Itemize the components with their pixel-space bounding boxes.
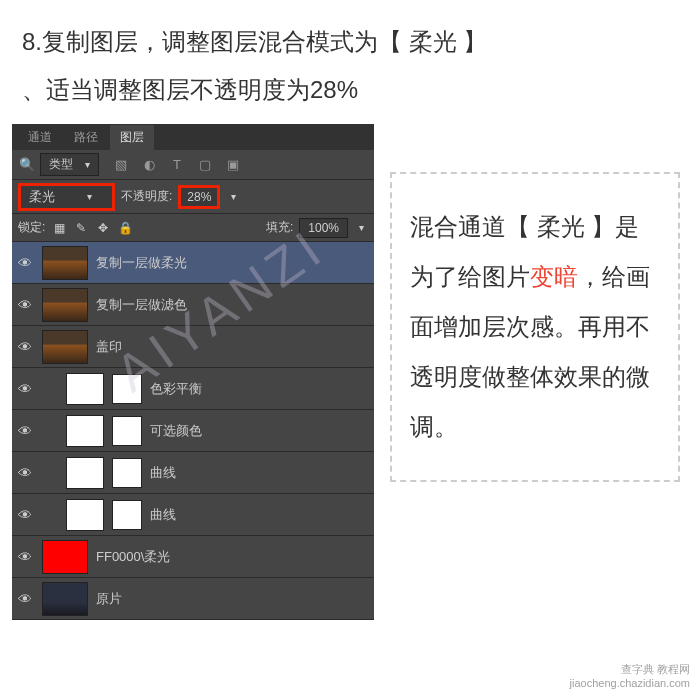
layer-name: 复制一层做柔光	[96, 254, 187, 272]
explanation-box: 混合通道【 柔光 】是为了给图片变暗，给画面增加层次感。再用不透明度做整体效果的…	[390, 172, 680, 482]
corner-watermark: 查字典 教程网 jiaocheng.chazidian.com	[570, 662, 690, 690]
layer-row[interactable]: 👁曲线	[12, 452, 374, 494]
layer-thumb[interactable]	[42, 582, 88, 616]
mask-thumb[interactable]	[112, 416, 142, 446]
visibility-icon[interactable]: 👁	[16, 507, 34, 523]
layer-row[interactable]: 👁盖印	[12, 326, 374, 368]
layer-row[interactable]: 👁复制一层做滤色	[12, 284, 374, 326]
blend-mode-select[interactable]: 柔光	[18, 183, 115, 211]
layer-row[interactable]: 👁曲线	[12, 494, 374, 536]
adjustment-thumb[interactable]	[66, 415, 104, 447]
fill-dropdown-icon[interactable]: ▾	[354, 222, 368, 233]
visibility-icon[interactable]: 👁	[16, 549, 34, 565]
layer-row[interactable]: 👁FF0000\柔光	[12, 536, 374, 578]
lock-transparency-icon[interactable]: ▦	[51, 221, 67, 235]
tab-paths[interactable]: 路径	[64, 125, 108, 150]
layer-row[interactable]: 👁可选颜色	[12, 410, 374, 452]
filter-smart-icon[interactable]: ▣	[223, 156, 243, 174]
visibility-icon[interactable]: 👁	[16, 381, 34, 397]
fill-value[interactable]: 100%	[299, 218, 348, 238]
lock-position-icon[interactable]: ✥	[95, 221, 111, 235]
mask-thumb[interactable]	[112, 374, 142, 404]
lock-all-icon[interactable]: 🔒	[117, 221, 133, 235]
layer-name: 复制一层做滤色	[96, 296, 187, 314]
adjustment-thumb[interactable]	[66, 499, 104, 531]
fill-label: 填充:	[266, 219, 293, 236]
panel-tabs: 通道 路径 图层	[12, 124, 374, 150]
tab-layers[interactable]: 图层	[110, 125, 154, 150]
lock-label: 锁定:	[18, 219, 45, 236]
visibility-icon[interactable]: 👁	[16, 339, 34, 355]
layer-thumb[interactable]	[42, 330, 88, 364]
layer-thumb[interactable]	[42, 288, 88, 322]
filter-type-icon[interactable]: T	[167, 156, 187, 174]
adjustment-thumb[interactable]	[66, 373, 104, 405]
layer-row[interactable]: 👁原片	[12, 578, 374, 620]
layer-name: 可选颜色	[150, 422, 202, 440]
layer-thumb[interactable]	[42, 246, 88, 280]
layers-panel: 通道 路径 图层 🔍 类型 ▧ ◐ T ▢ ▣ 柔光 不透明度: 28% ▾ 锁…	[12, 124, 374, 620]
tab-channels[interactable]: 通道	[18, 125, 62, 150]
lock-brush-icon[interactable]: ✎	[73, 221, 89, 235]
layer-name: 曲线	[150, 506, 176, 524]
layer-row[interactable]: 👁色彩平衡	[12, 368, 374, 410]
layer-name: 色彩平衡	[150, 380, 202, 398]
adjustment-thumb[interactable]	[66, 457, 104, 489]
layer-thumb[interactable]	[42, 540, 88, 574]
visibility-icon[interactable]: 👁	[16, 465, 34, 481]
mask-thumb[interactable]	[112, 500, 142, 530]
visibility-icon[interactable]: 👁	[16, 423, 34, 439]
step-line-2: 、适当调整图层不透明度为28%	[22, 66, 680, 114]
explain-highlight: 变暗	[530, 263, 578, 290]
opacity-label: 不透明度:	[121, 188, 172, 205]
filter-pixel-icon[interactable]: ▧	[111, 156, 131, 174]
layer-name: 曲线	[150, 464, 176, 482]
layer-name: FF0000\柔光	[96, 548, 170, 566]
layer-name: 盖印	[96, 338, 122, 356]
opacity-dropdown-icon[interactable]: ▾	[226, 191, 240, 202]
filter-adjust-icon[interactable]: ◐	[139, 156, 159, 174]
layer-row[interactable]: 👁复制一层做柔光	[12, 242, 374, 284]
layer-name: 原片	[96, 590, 122, 608]
search-icon[interactable]: 🔍	[18, 156, 36, 174]
visibility-icon[interactable]: 👁	[16, 591, 34, 607]
layer-type-select[interactable]: 类型	[40, 153, 99, 176]
visibility-icon[interactable]: 👁	[16, 297, 34, 313]
visibility-icon[interactable]: 👁	[16, 255, 34, 271]
filter-shape-icon[interactable]: ▢	[195, 156, 215, 174]
step-line-1: 8.复制图层，调整图层混合模式为【 柔光 】	[22, 18, 680, 66]
opacity-value[interactable]: 28%	[178, 185, 220, 209]
mask-thumb[interactable]	[112, 458, 142, 488]
